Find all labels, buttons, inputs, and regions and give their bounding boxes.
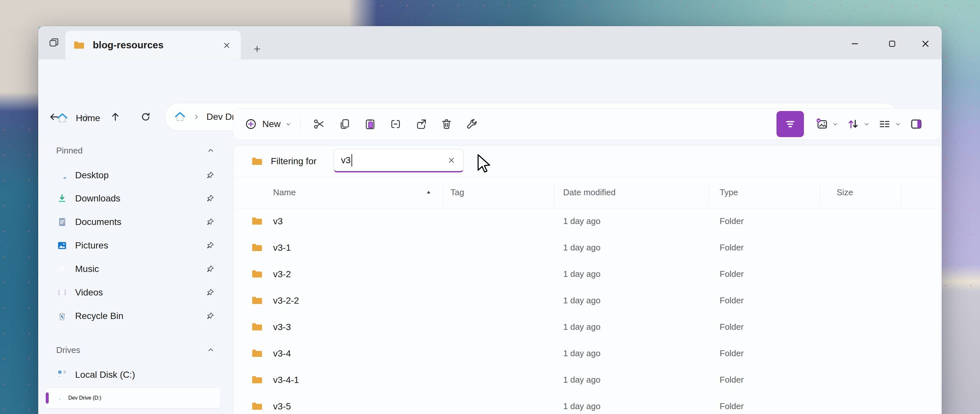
clear-filter-button[interactable] bbox=[445, 154, 458, 167]
folder-icon bbox=[251, 347, 263, 359]
delete-button[interactable] bbox=[436, 113, 457, 135]
chevron-down-icon bbox=[895, 121, 901, 127]
sort-ascending-icon bbox=[425, 189, 433, 196]
paste-icon bbox=[364, 117, 377, 131]
sidebar-item-documents[interactable]: Documents bbox=[38, 211, 233, 233]
file-date-modified: 1 day ago bbox=[563, 208, 600, 235]
thumbnail-options-button[interactable] bbox=[815, 117, 838, 131]
share-button[interactable] bbox=[410, 113, 432, 135]
sidebar-item-downloads[interactable]: Downloads bbox=[38, 188, 233, 209]
sort-button[interactable] bbox=[846, 117, 870, 131]
copy-button[interactable] bbox=[334, 113, 355, 135]
sidebar-item-local-disk-c[interactable]: Local Disk (C:) bbox=[38, 364, 233, 385]
cut-button[interactable] bbox=[309, 113, 330, 135]
sidebar-item-videos[interactable]: Videos bbox=[38, 282, 233, 303]
view-layout-button[interactable] bbox=[878, 117, 901, 131]
column-header-tag[interactable]: Tag bbox=[450, 177, 464, 208]
chevron-down-icon bbox=[863, 121, 870, 127]
file-row[interactable]: v3-3 1 day ago Folder bbox=[234, 314, 940, 340]
column-divider[interactable] bbox=[443, 184, 443, 206]
column-divider[interactable] bbox=[708, 184, 709, 206]
videos-icon bbox=[56, 287, 68, 298]
file-row[interactable]: v3-2 1 day ago Folder bbox=[234, 261, 940, 287]
plus-icon bbox=[253, 44, 262, 54]
file-row[interactable]: v3-5 1 day ago Folder bbox=[234, 393, 940, 414]
file-date-modified: 1 day ago bbox=[563, 235, 600, 261]
folder-icon bbox=[251, 295, 263, 306]
file-name: v3-2 bbox=[273, 261, 291, 287]
column-header-type[interactable]: Type bbox=[720, 177, 738, 208]
wallpaper-speckle bbox=[353, 0, 942, 27]
folder-icon bbox=[251, 321, 263, 333]
preview-pane-icon bbox=[909, 117, 923, 131]
file-row[interactable]: v3 1 day ago Folder bbox=[234, 208, 940, 235]
file-date-modified: 1 day ago bbox=[563, 393, 600, 414]
filter-button[interactable] bbox=[776, 111, 804, 137]
wrench-icon bbox=[466, 117, 479, 131]
column-header-name[interactable]: Name bbox=[273, 177, 296, 208]
preview-pane-button[interactable] bbox=[909, 117, 923, 131]
file-row[interactable]: v3-4-1 1 day ago Folder bbox=[234, 366, 940, 393]
chevron-up-icon[interactable] bbox=[207, 147, 215, 154]
local-disk-icon bbox=[56, 369, 68, 381]
new-tab-button[interactable] bbox=[249, 41, 265, 57]
sidebar-item-music[interactable]: Music bbox=[38, 258, 233, 280]
filter-input[interactable]: v3 bbox=[334, 149, 463, 172]
sidebar-item-home[interactable]: Home bbox=[38, 108, 233, 129]
new-button-label: New bbox=[262, 119, 281, 129]
tab-list-button[interactable] bbox=[45, 33, 63, 52]
section-label: Pinned bbox=[56, 146, 83, 156]
pin-icon bbox=[205, 241, 215, 250]
filter-funnel-icon bbox=[783, 117, 797, 131]
wallpaper-speckle bbox=[0, 124, 38, 414]
chevron-up-icon[interactable] bbox=[207, 346, 215, 354]
home-icon bbox=[56, 112, 68, 124]
file-date-modified: 1 day ago bbox=[563, 287, 600, 314]
folder-icon bbox=[251, 215, 263, 227]
sidebar-section-drives[interactable]: Drives bbox=[38, 339, 233, 361]
tools-button[interactable] bbox=[461, 113, 483, 135]
file-type: Folder bbox=[720, 235, 744, 261]
rename-button[interactable] bbox=[385, 113, 406, 135]
maximize-button[interactable] bbox=[882, 34, 902, 54]
divider bbox=[300, 115, 301, 133]
sidebar-item-label: Videos bbox=[75, 287, 103, 298]
paste-button[interactable] bbox=[360, 113, 381, 135]
file-row[interactable]: v3-1 1 day ago Folder bbox=[234, 235, 940, 261]
sidebar-section-pinned[interactable]: Pinned bbox=[38, 140, 233, 161]
file-type: Folder bbox=[720, 261, 744, 287]
sidebar-item-recycle-bin[interactable]: Recycle Bin bbox=[38, 305, 233, 327]
sidebar-item-pictures[interactable]: Pictures bbox=[38, 235, 233, 256]
sort-arrows-icon bbox=[846, 117, 860, 131]
sidebar-item-dev-drive-d[interactable]: Dev Drive (D:) bbox=[45, 387, 221, 408]
folder-icon bbox=[251, 374, 263, 385]
file-name: v3-3 bbox=[273, 314, 291, 340]
file-row[interactable]: v3-4 1 day ago Folder bbox=[234, 340, 940, 366]
minimize-button[interactable] bbox=[845, 34, 865, 54]
folder-icon bbox=[251, 268, 263, 280]
sidebar-item-desktop[interactable]: Desktop bbox=[38, 165, 233, 186]
filter-value: v3 bbox=[341, 155, 351, 165]
column-header-size[interactable]: Size bbox=[837, 177, 853, 208]
file-list-panel: Filtering for v3 Name Tag D bbox=[233, 146, 941, 414]
file-date-modified: 1 day ago bbox=[563, 340, 600, 366]
file-name: v3-1 bbox=[273, 235, 291, 261]
file-row[interactable]: v3-2-2 1 day ago Folder bbox=[234, 287, 940, 314]
wallpaper-speckle bbox=[942, 0, 980, 290]
file-name: v3-5 bbox=[273, 393, 291, 414]
column-header-date-modified[interactable]: Date modified bbox=[563, 177, 616, 208]
command-toolbar: New bbox=[233, 108, 941, 140]
sidebar-item-label: Dev Drive (D:) bbox=[68, 395, 101, 401]
column-divider[interactable] bbox=[901, 184, 901, 206]
pin-icon bbox=[205, 171, 215, 180]
column-label: Type bbox=[720, 187, 738, 198]
column-divider[interactable] bbox=[819, 184, 820, 206]
close-window-button[interactable] bbox=[915, 34, 936, 54]
folder-icon bbox=[73, 39, 85, 51]
new-button[interactable]: New bbox=[239, 114, 297, 133]
column-divider[interactable] bbox=[554, 184, 554, 206]
tab-close-button[interactable] bbox=[220, 38, 234, 52]
folder-icon bbox=[251, 400, 263, 412]
tab-blog-resources[interactable]: blog-resources bbox=[65, 31, 241, 59]
pin-icon bbox=[205, 288, 215, 297]
